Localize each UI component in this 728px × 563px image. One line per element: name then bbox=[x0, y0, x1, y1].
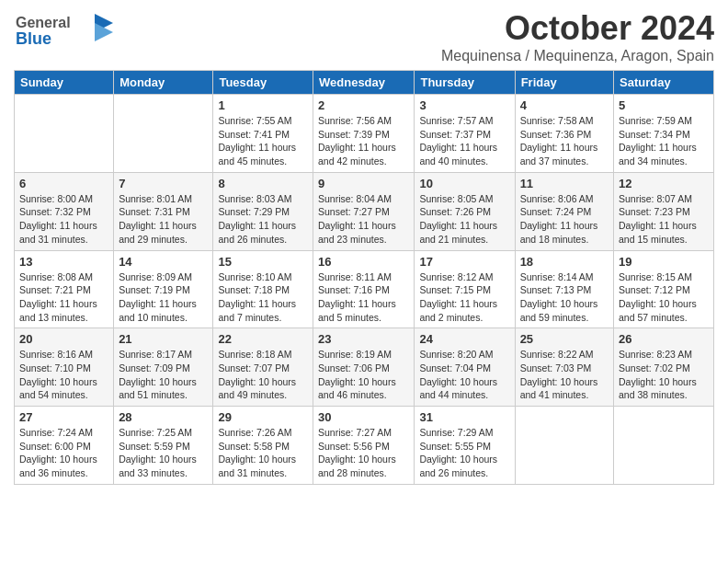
day-number: 15 bbox=[218, 255, 308, 269]
calendar-cell: 4Sunrise: 7:58 AMSunset: 7:36 PMDaylight… bbox=[515, 95, 613, 173]
day-info: Sunrise: 8:10 AMSunset: 7:18 PMDaylight:… bbox=[218, 270, 308, 325]
calendar-cell: 15Sunrise: 8:10 AMSunset: 7:18 PMDayligh… bbox=[213, 250, 313, 328]
day-info: Sunrise: 8:04 AMSunset: 7:27 PMDaylight:… bbox=[318, 192, 409, 247]
day-number: 28 bbox=[119, 410, 208, 424]
header-day-thursday: Thursday bbox=[415, 71, 515, 95]
calendar-cell: 26Sunrise: 8:23 AMSunset: 7:02 PMDayligh… bbox=[614, 328, 714, 407]
day-info: Sunrise: 7:26 AMSunset: 5:58 PMDaylight:… bbox=[218, 426, 308, 480]
day-number: 3 bbox=[419, 98, 509, 112]
header-day-friday: Friday bbox=[515, 71, 613, 95]
day-number: 21 bbox=[119, 332, 208, 346]
day-info: Sunrise: 7:55 AMSunset: 7:41 PMDaylight:… bbox=[218, 114, 308, 168]
day-number: 26 bbox=[619, 332, 709, 346]
day-number: 17 bbox=[419, 255, 509, 269]
calendar-cell: 24Sunrise: 8:20 AMSunset: 7:04 PMDayligh… bbox=[415, 328, 515, 407]
day-info: Sunrise: 8:00 AMSunset: 7:32 PMDaylight:… bbox=[19, 192, 108, 247]
day-number: 25 bbox=[520, 332, 609, 346]
day-info: Sunrise: 7:27 AMSunset: 5:56 PMDaylight:… bbox=[318, 426, 409, 480]
day-number: 11 bbox=[520, 177, 609, 190]
calendar-cell: 27Sunrise: 7:24 AMSunset: 6:00 PMDayligh… bbox=[15, 407, 114, 485]
day-info: Sunrise: 8:08 AMSunset: 7:21 PMDaylight:… bbox=[19, 270, 108, 325]
header-day-monday: Monday bbox=[114, 71, 213, 95]
svg-text:Blue: Blue bbox=[16, 29, 51, 48]
day-info: Sunrise: 8:23 AMSunset: 7:02 PMDaylight:… bbox=[619, 348, 709, 402]
day-info: Sunrise: 8:18 AMSunset: 7:07 PMDaylight:… bbox=[218, 348, 308, 402]
day-info: Sunrise: 8:15 AMSunset: 7:12 PMDaylight:… bbox=[619, 270, 709, 325]
calendar-week-1: 1Sunrise: 7:55 AMSunset: 7:41 PMDaylight… bbox=[15, 95, 714, 173]
day-number: 31 bbox=[419, 410, 509, 424]
calendar-cell: 28Sunrise: 7:25 AMSunset: 5:59 PMDayligh… bbox=[114, 407, 213, 485]
day-number: 14 bbox=[119, 255, 208, 269]
header-day-tuesday: Tuesday bbox=[213, 71, 313, 95]
day-number: 6 bbox=[19, 177, 108, 190]
calendar-cell: 23Sunrise: 8:19 AMSunset: 7:06 PMDayligh… bbox=[313, 328, 415, 407]
calendar-cell: 16Sunrise: 8:11 AMSunset: 7:16 PMDayligh… bbox=[313, 250, 415, 328]
main-title: October 2024 bbox=[441, 9, 714, 48]
day-info: Sunrise: 8:20 AMSunset: 7:04 PMDaylight:… bbox=[419, 348, 509, 402]
calendar-cell bbox=[515, 407, 613, 485]
calendar-cell: 1Sunrise: 7:55 AMSunset: 7:41 PMDaylight… bbox=[213, 95, 313, 173]
title-area: October 2024 Mequinensa / Mequinenza, Ar… bbox=[441, 9, 714, 64]
subtitle: Mequinensa / Mequinenza, Aragon, Spain bbox=[441, 48, 714, 64]
day-number: 24 bbox=[419, 332, 509, 346]
calendar: SundayMondayTuesdayWednesdayThursdayFrid… bbox=[14, 70, 714, 485]
header-day-saturday: Saturday bbox=[614, 71, 714, 95]
calendar-cell: 9Sunrise: 8:04 AMSunset: 7:27 PMDaylight… bbox=[313, 172, 415, 250]
calendar-cell: 5Sunrise: 7:59 AMSunset: 7:34 PMDaylight… bbox=[614, 95, 714, 173]
day-number: 1 bbox=[218, 98, 308, 112]
calendar-cell: 22Sunrise: 8:18 AMSunset: 7:07 PMDayligh… bbox=[213, 328, 313, 407]
day-number: 9 bbox=[318, 177, 409, 190]
calendar-cell: 19Sunrise: 8:15 AMSunset: 7:12 PMDayligh… bbox=[614, 250, 714, 328]
day-number: 12 bbox=[619, 177, 709, 190]
day-number: 30 bbox=[318, 410, 409, 424]
logo-row: General Blue bbox=[14, 9, 115, 54]
day-number: 22 bbox=[218, 332, 308, 346]
day-number: 29 bbox=[218, 410, 308, 424]
day-number: 27 bbox=[19, 410, 108, 424]
calendar-cell: 13Sunrise: 8:08 AMSunset: 7:21 PMDayligh… bbox=[15, 250, 114, 328]
calendar-cell: 7Sunrise: 8:01 AMSunset: 7:31 PMDaylight… bbox=[114, 172, 213, 250]
day-info: Sunrise: 8:09 AMSunset: 7:19 PMDaylight:… bbox=[119, 270, 208, 325]
calendar-cell: 2Sunrise: 7:56 AMSunset: 7:39 PMDaylight… bbox=[313, 95, 415, 173]
calendar-cell: 12Sunrise: 8:07 AMSunset: 7:23 PMDayligh… bbox=[614, 172, 714, 250]
calendar-cell: 20Sunrise: 8:16 AMSunset: 7:10 PMDayligh… bbox=[15, 328, 114, 407]
calendar-cell: 14Sunrise: 8:09 AMSunset: 7:19 PMDayligh… bbox=[114, 250, 213, 328]
day-number: 7 bbox=[119, 177, 208, 190]
day-info: Sunrise: 8:17 AMSunset: 7:09 PMDaylight:… bbox=[119, 348, 208, 402]
logo: General Blue bbox=[14, 9, 115, 54]
day-info: Sunrise: 7:56 AMSunset: 7:39 PMDaylight:… bbox=[318, 114, 409, 168]
calendar-cell: 10Sunrise: 8:05 AMSunset: 7:26 PMDayligh… bbox=[415, 172, 515, 250]
calendar-cell: 31Sunrise: 7:29 AMSunset: 5:55 PMDayligh… bbox=[415, 407, 515, 485]
calendar-cell: 6Sunrise: 8:00 AMSunset: 7:32 PMDaylight… bbox=[15, 172, 114, 250]
day-info: Sunrise: 8:11 AMSunset: 7:16 PMDaylight:… bbox=[318, 270, 409, 325]
day-info: Sunrise: 8:01 AMSunset: 7:31 PMDaylight:… bbox=[119, 192, 208, 247]
day-info: Sunrise: 8:14 AMSunset: 7:13 PMDaylight:… bbox=[520, 270, 609, 325]
day-info: Sunrise: 8:05 AMSunset: 7:26 PMDaylight:… bbox=[419, 192, 509, 247]
day-info: Sunrise: 7:29 AMSunset: 5:55 PMDaylight:… bbox=[419, 426, 509, 480]
day-info: Sunrise: 8:16 AMSunset: 7:10 PMDaylight:… bbox=[19, 348, 108, 402]
day-info: Sunrise: 8:19 AMSunset: 7:06 PMDaylight:… bbox=[318, 348, 409, 402]
day-number: 18 bbox=[520, 255, 609, 269]
logo-area: General Blue bbox=[14, 9, 115, 54]
calendar-cell: 25Sunrise: 8:22 AMSunset: 7:03 PMDayligh… bbox=[515, 328, 613, 407]
day-number: 10 bbox=[419, 177, 509, 190]
day-number: 20 bbox=[19, 332, 108, 346]
day-info: Sunrise: 8:12 AMSunset: 7:15 PMDaylight:… bbox=[419, 270, 509, 325]
calendar-cell: 3Sunrise: 7:57 AMSunset: 7:37 PMDaylight… bbox=[415, 95, 515, 173]
day-info: Sunrise: 7:57 AMSunset: 7:37 PMDaylight:… bbox=[419, 114, 509, 168]
calendar-week-4: 20Sunrise: 8:16 AMSunset: 7:10 PMDayligh… bbox=[15, 328, 714, 407]
header: General Blue October 2024 Mequinensa / M… bbox=[14, 9, 714, 64]
day-info: Sunrise: 8:06 AMSunset: 7:24 PMDaylight:… bbox=[520, 192, 609, 247]
calendar-cell bbox=[114, 95, 213, 173]
day-info: Sunrise: 7:25 AMSunset: 5:59 PMDaylight:… bbox=[119, 426, 208, 480]
day-number: 4 bbox=[520, 98, 609, 112]
calendar-cell bbox=[614, 407, 714, 485]
day-number: 16 bbox=[318, 255, 409, 269]
day-number: 23 bbox=[318, 332, 409, 346]
calendar-cell bbox=[15, 95, 114, 173]
day-number: 8 bbox=[218, 177, 308, 190]
calendar-cell: 8Sunrise: 8:03 AMSunset: 7:29 PMDaylight… bbox=[213, 172, 313, 250]
day-info: Sunrise: 7:24 AMSunset: 6:00 PMDaylight:… bbox=[19, 426, 108, 480]
day-info: Sunrise: 7:59 AMSunset: 7:34 PMDaylight:… bbox=[619, 114, 709, 168]
calendar-cell: 21Sunrise: 8:17 AMSunset: 7:09 PMDayligh… bbox=[114, 328, 213, 407]
